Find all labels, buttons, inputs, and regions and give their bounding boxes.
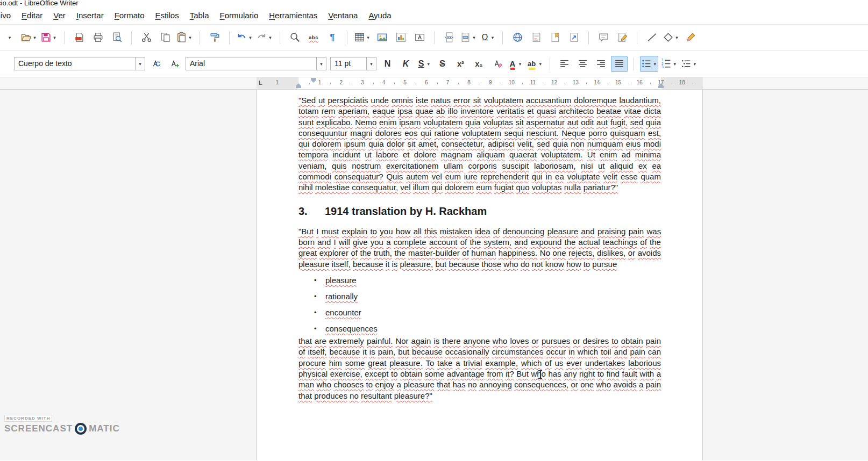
subscript-button[interactable]: x₂: [471, 56, 487, 72]
font-size-combobox[interactable]: 11 pt▾: [330, 57, 376, 70]
export-pdf-button[interactable]: [70, 29, 88, 46]
basic-shapes-button[interactable]: ▾: [662, 29, 680, 46]
insert-table-button[interactable]: ▾: [353, 29, 372, 46]
font-size-dropdown-icon[interactable]: ▾: [366, 57, 376, 70]
font-name-combobox[interactable]: Arial▾: [186, 57, 326, 70]
underline-button[interactable]: S▾: [416, 56, 432, 72]
list-item[interactable]: pleasure: [298, 275, 661, 286]
undo-button[interactable]: ▾: [236, 29, 254, 46]
dropdown-caret-icon[interactable]: ▾: [365, 35, 371, 40]
dropdown-caret-icon[interactable]: ▾: [7, 35, 13, 40]
dropdown-caret-icon[interactable]: ▾: [672, 61, 678, 67]
footnote-button[interactable]: [528, 29, 545, 46]
font-size-value[interactable]: 11 pt: [331, 57, 366, 70]
main-toolbar[interactable]: ▾▾▾▾▾▾abc¶▾▾Ω▾▾: [0, 25, 868, 51]
align-right-button[interactable]: [593, 56, 609, 72]
paragraph-english-2[interactable]: that are extremely painful. Nor again is…: [298, 336, 661, 401]
find-replace-button[interactable]: [286, 29, 303, 46]
dropdown-caret-icon[interactable]: ▾: [471, 35, 477, 40]
dropdown-caret-icon[interactable]: ▾: [425, 61, 431, 67]
redo-button[interactable]: ▾: [255, 29, 274, 46]
save-button[interactable]: ▾: [40, 29, 58, 46]
numbered-list-button[interactable]: 123▾: [660, 56, 678, 72]
list-item[interactable]: encounter: [298, 307, 661, 318]
hyperlink-button[interactable]: [509, 29, 526, 46]
page-break-button[interactable]: [440, 29, 458, 46]
font-color-button[interactable]: A▾: [507, 56, 524, 72]
menu-editar[interactable]: Editar: [16, 8, 48, 23]
strikethrough-button[interactable]: S: [434, 56, 451, 72]
dropdown-caret-icon[interactable]: ▾: [247, 35, 253, 40]
paragraph-style-combobox[interactable]: Cuerpo de texto▾: [14, 57, 145, 70]
dropdown-caret-icon[interactable]: ▾: [674, 35, 680, 40]
justify-button[interactable]: [611, 56, 628, 72]
menu-insertar[interactable]: Insertar: [71, 8, 109, 23]
cut-button[interactable]: [138, 29, 155, 46]
menu-ventana[interactable]: Ventana: [323, 8, 363, 23]
italic-button[interactable]: K: [397, 56, 414, 72]
menu-formato[interactable]: Formato: [109, 8, 150, 23]
comment-button[interactable]: [595, 29, 612, 46]
new-style-button[interactable]: [166, 56, 183, 72]
dropdown-caret-icon[interactable]: ▾: [692, 61, 698, 67]
clear-formatting-button[interactable]: [489, 56, 506, 72]
menu-estilos[interactable]: Estilos: [150, 8, 184, 23]
document-area[interactable]: "Sed ut perspiciatis unde omnis iste nat…: [0, 90, 868, 460]
dropdown-caret-icon[interactable]: ▾: [489, 35, 495, 40]
outline-list-button[interactable]: ▾: [680, 56, 698, 72]
align-center-button[interactable]: [574, 56, 591, 72]
dropdown-caret-icon[interactable]: ▾: [517, 61, 523, 67]
copy-button[interactable]: [156, 29, 174, 46]
new-document-button[interactable]: ▾: [1, 29, 18, 46]
paste-button[interactable]: ▾: [175, 29, 194, 46]
dropdown-caret-icon[interactable]: ▾: [32, 35, 38, 40]
special-character-button[interactable]: Ω▾: [479, 29, 496, 46]
dropdown-caret-icon[interactable]: ▾: [52, 35, 58, 40]
insert-field-button[interactable]: ▾: [459, 29, 478, 46]
list-item[interactable]: rationally: [298, 291, 661, 302]
insert-textbox-button[interactable]: [411, 29, 428, 46]
insert-line-button[interactable]: [643, 29, 660, 46]
print-preview-button[interactable]: [108, 29, 125, 46]
font-name-value[interactable]: Arial: [186, 57, 316, 70]
draw-functions-button[interactable]: [682, 29, 699, 46]
formatting-toolbar[interactable]: Cuerpo de texto▾Arial▾11 pt▾NKS▾Sx²x₂A▾a…: [0, 51, 868, 77]
insert-image-button[interactable]: [373, 29, 390, 46]
paragraph-latin[interactable]: "Sed ut perspiciatis unde omnis iste nat…: [298, 95, 661, 193]
menu-herramientas[interactable]: Herramientas: [264, 8, 323, 23]
cross-reference-button[interactable]: [565, 29, 582, 46]
bookmark-button[interactable]: [546, 29, 564, 46]
spellcheck-button[interactable]: abc: [305, 29, 322, 46]
heading-1914-translation[interactable]: 3.1914 translation by H. Rackham: [298, 204, 661, 219]
insert-chart-button[interactable]: [392, 29, 409, 46]
document-page[interactable]: "Sed ut perspiciatis unde omnis iste nat…: [257, 90, 703, 460]
bullet-list-button[interactable]: ▾: [640, 56, 658, 72]
dropdown-caret-icon[interactable]: ▾: [537, 61, 543, 67]
menu-formulario[interactable]: Formulario: [215, 8, 264, 23]
menu-bar[interactable]: ArchivoEditarVerInsertarFormatoEstilosTa…: [0, 6, 868, 25]
font-name-dropdown-icon[interactable]: ▾: [316, 57, 326, 70]
track-changes-button[interactable]: [614, 29, 631, 46]
horizontal-ruler[interactable]: L 1123456789101112131415161718: [0, 77, 868, 90]
paragraph-style-dropdown-icon[interactable]: ▾: [135, 57, 145, 70]
menu-tabla[interactable]: Tabla: [184, 8, 215, 23]
list-item[interactable]: consequences: [298, 323, 661, 334]
menu-ver[interactable]: Ver: [48, 8, 71, 23]
dropdown-caret-icon[interactable]: ▾: [187, 35, 193, 40]
update-style-button[interactable]: [148, 56, 165, 72]
align-left-button[interactable]: [556, 56, 573, 72]
open-button[interactable]: ▾: [20, 29, 38, 46]
bullet-list[interactable]: pleasurerationallyencounterconsequences: [298, 275, 661, 334]
tab-stop-selector[interactable]: L: [259, 80, 262, 86]
clone-formatting-button[interactable]: [206, 29, 223, 46]
formatting-marks-button[interactable]: ¶: [324, 29, 341, 46]
superscript-button[interactable]: x²: [452, 56, 469, 72]
paragraph-style-value[interactable]: Cuerpo de texto: [15, 57, 135, 70]
menu-archivo[interactable]: Archivo: [0, 8, 16, 23]
paragraph-english-1[interactable]: "But I must explain to you how all this …: [298, 226, 661, 270]
highlight-color-button[interactable]: ab▾: [525, 56, 544, 72]
dropdown-caret-icon[interactable]: ▾: [652, 61, 658, 67]
bold-button[interactable]: N: [379, 56, 396, 72]
dropdown-caret-icon[interactable]: ▾: [267, 35, 273, 40]
menu-ayuda[interactable]: Ayuda: [363, 8, 396, 23]
